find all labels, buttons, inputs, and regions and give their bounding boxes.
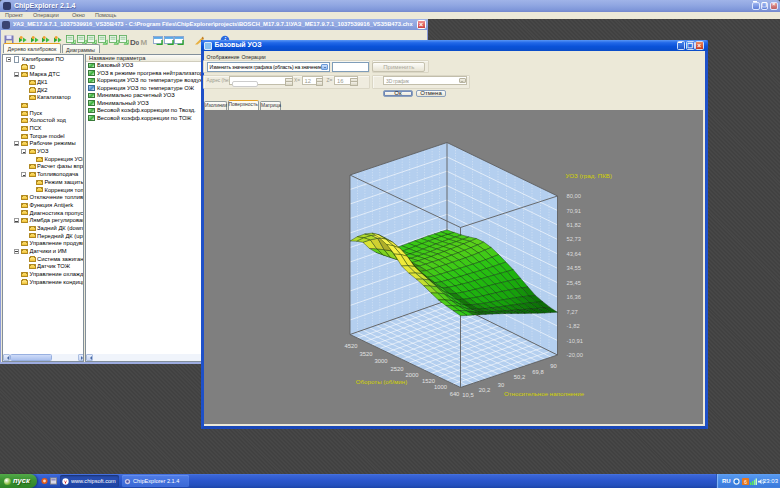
svg-text:80,00: 80,00 bbox=[566, 193, 581, 199]
svg-text:2000: 2000 bbox=[405, 372, 418, 378]
svg-text:-20,00: -20,00 bbox=[566, 352, 582, 358]
svg-text:6: 6 bbox=[744, 478, 747, 484]
svg-text:25,45: 25,45 bbox=[566, 280, 581, 286]
svg-text:20,2: 20,2 bbox=[478, 387, 489, 393]
svg-text:90: 90 bbox=[550, 363, 556, 369]
svg-text:-1,82: -1,82 bbox=[566, 323, 579, 329]
svg-text:52,73: 52,73 bbox=[566, 236, 581, 242]
svg-text:70,91: 70,91 bbox=[566, 208, 581, 214]
svg-text:640: 640 bbox=[449, 391, 459, 397]
svg-text:30: 30 bbox=[497, 382, 503, 388]
svg-text:50,2: 50,2 bbox=[513, 374, 524, 380]
svg-text:34,55: 34,55 bbox=[566, 265, 581, 271]
svg-text:43,64: 43,64 bbox=[566, 251, 581, 257]
svg-text:7,27: 7,27 bbox=[566, 309, 577, 315]
svg-text:-10,91: -10,91 bbox=[566, 338, 582, 344]
svg-text:3520: 3520 bbox=[359, 351, 372, 357]
svg-text:УОЗ (град. ПКВ): УОЗ (град. ПКВ) bbox=[565, 172, 611, 179]
svg-text:10,5: 10,5 bbox=[462, 392, 473, 398]
svg-text:Обороты (об/мин): Обороты (об/мин) bbox=[355, 378, 407, 385]
svg-text:4520: 4520 bbox=[344, 343, 357, 349]
svg-text:1520: 1520 bbox=[422, 378, 435, 384]
svg-text:61,82: 61,82 bbox=[566, 222, 581, 228]
svg-text:2520: 2520 bbox=[390, 366, 403, 372]
svg-text:69,8: 69,8 bbox=[532, 369, 543, 375]
svg-text:3000: 3000 bbox=[374, 358, 387, 364]
svg-text:16,36: 16,36 bbox=[566, 294, 581, 300]
svg-text:Относительное наполнение: Относительное наполнение bbox=[503, 390, 584, 397]
svg-text:1000: 1000 bbox=[434, 384, 447, 390]
